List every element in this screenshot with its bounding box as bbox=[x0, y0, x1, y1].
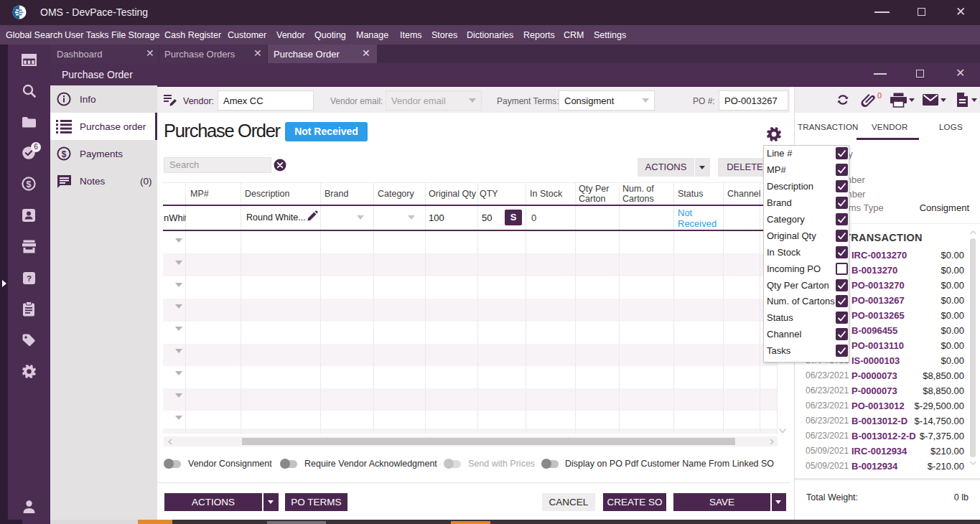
svg-text:?: ? bbox=[27, 274, 32, 283]
svg-text:$: $ bbox=[62, 149, 67, 159]
svg-text:$: $ bbox=[27, 179, 32, 190]
